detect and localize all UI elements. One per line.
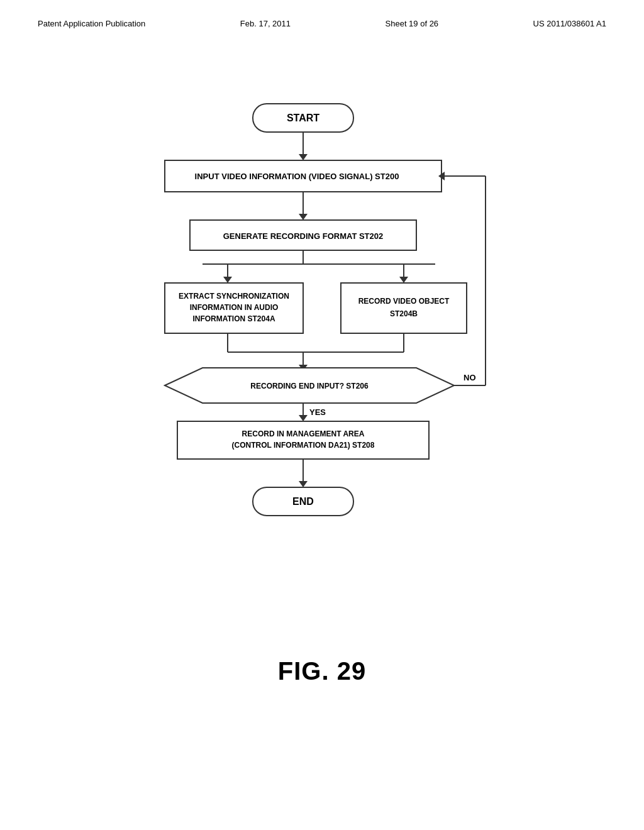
flowchart-container: START INPUT VIDEO INFORMATION (VIDEO SIG… xyxy=(0,91,644,626)
svg-marker-42 xyxy=(299,481,308,487)
svg-text:(CONTROL  INFORMATION DA21) ST: (CONTROL INFORMATION DA21) ST208 xyxy=(232,441,375,450)
svg-rect-38 xyxy=(177,421,429,459)
svg-text:END: END xyxy=(292,496,314,507)
svg-text:ST204B: ST204B xyxy=(390,309,418,318)
svg-text:START: START xyxy=(287,113,319,123)
figure-label: FIG. 29 xyxy=(0,657,644,685)
svg-text:RECORD IN MANAGEMENT AREA: RECORD IN MANAGEMENT AREA xyxy=(242,429,365,438)
svg-text:EXTRACT SYNCHRONIZATION: EXTRACT SYNCHRONIZATION xyxy=(179,292,289,301)
header-date: Feb. 17, 2011 xyxy=(240,19,291,28)
svg-marker-3 xyxy=(299,154,308,160)
flowchart-svg: START INPUT VIDEO INFORMATION (VIDEO SIG… xyxy=(102,91,542,626)
svg-text:RECORD VIDEO OBJECT: RECORD VIDEO OBJECT xyxy=(358,297,450,306)
svg-marker-15 xyxy=(399,277,408,283)
svg-text:YES: YES xyxy=(309,407,326,417)
svg-text:INPUT VIDEO INFORMATION (VIDEO: INPUT VIDEO INFORMATION (VIDEO SIGNAL) S… xyxy=(195,172,399,181)
svg-text:GENERATE RECORDING FORMAT ST20: GENERATE RECORDING FORMAT ST202 xyxy=(223,231,383,241)
svg-marker-7 xyxy=(299,214,308,220)
svg-rect-20 xyxy=(341,283,467,333)
svg-text:INFORMATION ST204A: INFORMATION ST204A xyxy=(192,314,275,323)
svg-marker-13 xyxy=(223,277,232,283)
header-left: Patent Application Publication xyxy=(38,19,145,28)
svg-text:RECORDING END  INPUT? ST206: RECORDING END INPUT? ST206 xyxy=(250,382,369,390)
svg-text:INFORMATION IN AUDIO: INFORMATION IN AUDIO xyxy=(190,303,279,312)
header-patent: US 2011/038601 A1 xyxy=(533,19,606,28)
page-header: Patent Application Publication Feb. 17, … xyxy=(0,0,644,28)
header-sheet: Sheet 19 of 26 xyxy=(386,19,439,28)
svg-text:NO: NO xyxy=(464,373,476,382)
svg-marker-37 xyxy=(299,415,308,421)
